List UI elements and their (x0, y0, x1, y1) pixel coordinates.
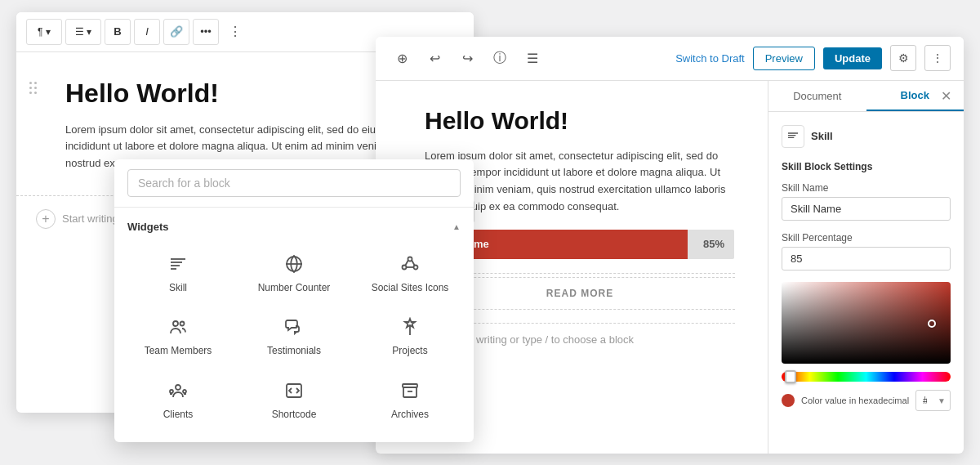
block-item-clients[interactable]: Clients (121, 368, 235, 430)
team-icon (165, 314, 191, 340)
svg-line-10 (412, 260, 414, 265)
projects-icon (397, 314, 423, 340)
add-block-btn[interactable]: + (36, 209, 56, 229)
block-item-number-counter[interactable]: Number Counter (237, 241, 351, 303)
widgets-label: Widgets (127, 221, 168, 233)
info-btn[interactable]: ⓘ (487, 45, 513, 71)
add-block-topbar-btn[interactable]: ⊕ (389, 45, 415, 71)
panel-close-btn[interactable]: ✕ (936, 86, 956, 105)
svg-point-7 (403, 265, 407, 269)
shortcode-icon (281, 378, 307, 404)
panel-tabs: Document Block ✕ (768, 81, 964, 112)
skill-pct-input[interactable] (782, 247, 951, 271)
team-label: Team Members (145, 345, 212, 358)
block-item-shortcode[interactable]: Shortcode (237, 368, 351, 430)
color-hex-input-wrap: ▼ (915, 390, 951, 411)
svg-line-9 (406, 260, 408, 265)
testimonials-label: Testimonials (267, 345, 321, 358)
number-counter-icon (281, 251, 307, 277)
svg-point-15 (176, 385, 180, 390)
skill-icon (165, 251, 191, 277)
skill-name-label: Skill Name (782, 182, 951, 194)
tools-btn[interactable]: ☰ (519, 45, 546, 71)
skill-label: Skill (169, 282, 187, 295)
block-grid: Skill Number Counter (114, 238, 474, 436)
svg-point-8 (414, 265, 418, 269)
switch-draft-btn[interactable]: Switch to Draft (675, 52, 745, 65)
block-item-social[interactable]: Social Sites Icons (353, 241, 467, 303)
block-item-skill[interactable]: Skill (121, 241, 235, 303)
block-picker-search-area (114, 159, 474, 208)
panel-body: Skill Skill Block Settings Skill Name Sk… (768, 112, 964, 454)
block-search-input[interactable] (127, 169, 461, 197)
main-topbar: ⊕ ↩ ↪ ⓘ ☰ Switch to Draft Preview Update… (376, 37, 964, 81)
svg-rect-20 (403, 387, 416, 397)
color-cursor (928, 320, 936, 328)
block-item-archives[interactable]: Archives (353, 368, 467, 430)
archives-icon (397, 378, 423, 404)
settings-btn[interactable]: ⚙ (890, 45, 916, 71)
svg-point-12 (173, 321, 178, 326)
color-hex-label: Color value in hexadecimal (801, 396, 909, 405)
block-picker-popup: Widgets ▲ Skill (114, 159, 474, 443)
panel-section-title: Skill Block Settings (782, 161, 951, 172)
skill-name-input[interactable] (782, 197, 951, 221)
bold-btn[interactable]: B (105, 19, 131, 45)
block-picker-body: Widgets ▲ Skill (114, 208, 474, 443)
chevron-up-icon: ▲ (452, 222, 461, 231)
block-item-testimonials[interactable]: Testimonials (237, 304, 351, 366)
color-hex-row: Color value in hexadecimal ▼ (782, 390, 951, 411)
archives-label: Archives (391, 409, 429, 422)
block-item-team[interactable]: Team Members (121, 304, 235, 366)
panel-block-icon (782, 125, 804, 148)
panel-block-name: Skill (811, 130, 833, 142)
paragraph-btn[interactable]: ¶ ▾ (26, 19, 62, 45)
widgets-section-header[interactable]: Widgets ▲ (114, 214, 474, 238)
clients-label: Clients (163, 409, 194, 422)
projects-label: Projects (392, 345, 427, 358)
right-panel: Document Block ✕ Skill (768, 81, 964, 454)
panel-field-skill-pct: Skill Percentage (782, 232, 951, 271)
redo-btn[interactable]: ↪ (454, 45, 480, 71)
more-menu-btn[interactable]: ⋮ (924, 45, 951, 71)
color-gradient-picker[interactable] (782, 282, 951, 364)
italic-btn[interactable]: I (134, 19, 160, 45)
shortcode-label: Shortcode (272, 409, 317, 422)
preview-btn[interactable]: Preview (753, 47, 815, 70)
topbar-left: ⊕ ↩ ↪ ⓘ ☰ (389, 45, 546, 71)
drag-handle[interactable] (29, 82, 37, 94)
ellipsis-btn[interactable]: ⋮ (222, 19, 248, 45)
social-icon (397, 251, 423, 277)
panel-block-title: Skill (782, 125, 951, 148)
block-item-projects[interactable]: Projects (353, 304, 467, 366)
skill-pct-label: Skill Percentage (782, 232, 951, 244)
color-swatch (782, 394, 795, 407)
panel-field-skill-name: Skill Name (782, 182, 951, 221)
testimonials-icon (281, 314, 307, 340)
tab-document[interactable]: Document (768, 81, 866, 111)
type-block-placeholder: Start writing or type / to choose a bloc… (451, 333, 634, 346)
svg-point-16 (170, 390, 173, 393)
clients-icon (165, 378, 191, 404)
chevron-down-icon: ▼ (938, 396, 946, 405)
link-btn[interactable]: 🔗 (163, 19, 189, 45)
svg-point-13 (180, 322, 185, 326)
main-heading: Hello World! (425, 107, 735, 135)
skill-bar-pct: 85% (703, 230, 734, 259)
undo-btn[interactable]: ↩ (421, 45, 448, 71)
social-label: Social Sites Icons (372, 282, 449, 295)
svg-point-17 (183, 390, 186, 393)
hue-thumb (785, 370, 796, 383)
update-btn[interactable]: Update (823, 47, 882, 69)
color-hue-slider[interactable] (782, 372, 951, 382)
topbar-right: Switch to Draft Preview Update ⚙ ⋮ (675, 45, 951, 71)
number-counter-label: Number Counter (258, 282, 331, 295)
more-options-btn[interactable]: ••• (193, 19, 219, 45)
list-btn[interactable]: ☰ ▾ (65, 19, 101, 45)
